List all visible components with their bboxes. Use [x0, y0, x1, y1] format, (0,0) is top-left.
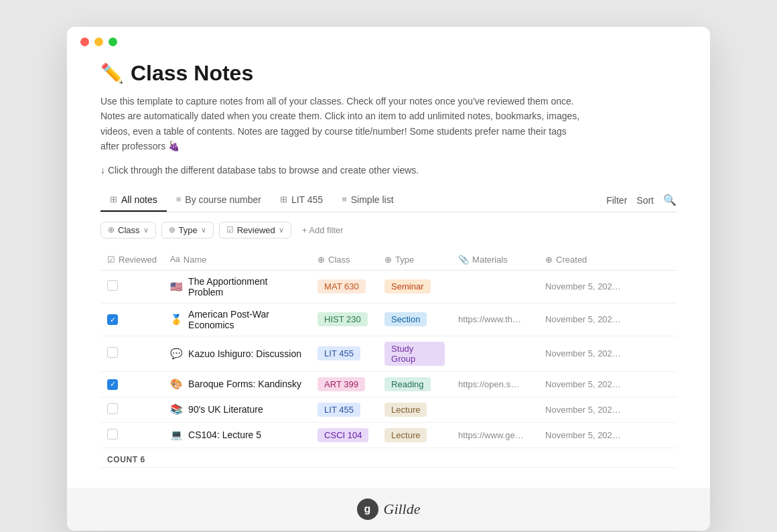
row-name-text[interactable]: The Apportionment Problem	[188, 276, 304, 297]
class-tag[interactable]: ART 399	[317, 377, 365, 391]
page-hint: ↓ Click through the different database t…	[100, 165, 677, 176]
class-tag[interactable]: CSCI 104	[317, 428, 368, 442]
maximize-button[interactable]	[109, 38, 117, 46]
close-button[interactable]	[80, 38, 89, 46]
filter-reviewed[interactable]: ☑ Reviewed ∨	[219, 222, 291, 239]
materials-link	[451, 270, 539, 303]
row-name: 🎨Baroque Forms: Kandinsky	[170, 378, 304, 390]
tabs-bar: ⊞ All notes ≡ By course number ⊞ LIT 455…	[100, 189, 677, 212]
class-tag[interactable]: HIST 230	[317, 312, 368, 326]
minimize-button[interactable]	[94, 38, 103, 46]
page-description: Use this template to capture notes from …	[100, 94, 583, 154]
filter-class-label: Class	[118, 225, 140, 235]
tab-icon-all-notes: ⊞	[110, 194, 117, 204]
type-tag[interactable]: Lecture	[384, 403, 427, 417]
table-row[interactable]: 🥇American Post-War EconomicsHIST 230Sect…	[100, 303, 677, 336]
reviewed-checkbox[interactable]	[107, 429, 118, 440]
col-created-label: Created	[556, 255, 587, 265]
filter-type-chevron: ∨	[201, 226, 206, 235]
materials-link	[451, 336, 539, 371]
tab-icon-by-course: ≡	[176, 194, 182, 204]
row-name-text[interactable]: Baroque Forms: Kandinsky	[188, 379, 301, 389]
row-name-text[interactable]: Kazuo Ishiguro: Discussion	[188, 348, 301, 359]
type-tag[interactable]: Section	[384, 312, 427, 326]
table-row[interactable]: 🇺🇸The Apportionment ProblemMAT 630Semina…	[100, 270, 677, 303]
col-name-label: Name	[184, 255, 207, 265]
row-name-text[interactable]: 90's UK Literature	[188, 404, 263, 415]
title-bar	[67, 27, 710, 54]
reviewed-checkbox[interactable]	[107, 280, 118, 291]
tab-by-course-number[interactable]: ≡ By course number	[167, 189, 271, 212]
row-name: 💻CS104: Lecture 5	[170, 429, 304, 441]
type-tag[interactable]: Lecture	[384, 428, 427, 442]
col-name: Aa Name	[163, 249, 311, 271]
tab-simple-list[interactable]: ≡ Simple list	[332, 189, 403, 212]
filter-type[interactable]: ⊕ Type ∨	[161, 222, 214, 239]
col-reviewed: ☑ Reviewed	[100, 249, 163, 271]
row-emoji: 📚	[170, 403, 183, 415]
footer-brand: Gillde	[384, 501, 421, 518]
tab-lit455[interactable]: ⊞ LIT 455	[271, 189, 332, 212]
footer: g Gillde	[67, 488, 710, 531]
col-class-label: Class	[328, 255, 350, 265]
class-tag[interactable]: LIT 455	[317, 346, 360, 360]
row-name: 🇺🇸The Apportionment Problem	[170, 276, 304, 297]
col-name-icon: Aa	[170, 255, 180, 264]
table-row[interactable]: 💬Kazuo Ishiguro: DiscussionLIT 455Study …	[100, 336, 677, 371]
filter-button[interactable]: Filter	[606, 195, 627, 206]
count-label: COUNT	[107, 455, 138, 464]
sort-button[interactable]: Sort	[636, 195, 654, 206]
add-filter-button[interactable]: + Add filter	[297, 222, 349, 238]
notes-table: ☑ Reviewed Aa Name ⊕	[100, 249, 677, 468]
search-icon[interactable]: 🔍	[663, 194, 677, 206]
type-tag[interactable]: Study Group	[384, 342, 445, 366]
col-created-icon: ⊕	[545, 255, 553, 265]
title-text: Class Notes	[131, 61, 253, 86]
materials-link	[451, 397, 539, 422]
table-row[interactable]: 🎨Baroque Forms: KandinskyART 399Readingh…	[100, 371, 677, 397]
app-window: ✏️ Class Notes Use this template to capt…	[67, 27, 710, 531]
filter-class[interactable]: ⊕ Class ∨	[100, 222, 156, 239]
materials-link[interactable]: https://open.s…	[451, 371, 539, 397]
class-tag[interactable]: LIT 455	[317, 403, 360, 417]
row-emoji: 💬	[170, 348, 183, 360]
row-name-text[interactable]: American Post-War Economics	[188, 309, 304, 330]
row-name: 🥇American Post-War Economics	[170, 309, 304, 330]
table-row[interactable]: 💻CS104: Lecture 5CSCI 104Lecturehttps://…	[100, 422, 677, 448]
tab-all-notes[interactable]: ⊞ All notes	[100, 189, 167, 212]
row-emoji: 🥇	[170, 314, 183, 326]
filters-bar: ⊕ Class ∨ ⊕ Type ∨ ☑ Reviewed ∨ + Add fi…	[100, 222, 677, 239]
row-name-text[interactable]: CS104: Lecture 5	[188, 429, 261, 440]
col-materials: 📎 Materials	[451, 249, 539, 271]
col-class: ⊕ Class	[311, 249, 378, 271]
type-tag[interactable]: Reading	[384, 377, 430, 391]
materials-link[interactable]: https://www.th…	[451, 303, 539, 336]
class-tag[interactable]: MAT 630	[317, 279, 366, 293]
reviewed-checkbox[interactable]	[107, 347, 118, 358]
tab-label-all-notes: All notes	[121, 194, 157, 205]
count-cell: COUNT 6	[100, 448, 677, 467]
reviewed-checkbox[interactable]	[107, 314, 118, 325]
tab-label-lit455: LIT 455	[291, 194, 323, 205]
add-filter-label: + Add filter	[302, 225, 344, 235]
reviewed-checkbox[interactable]	[107, 379, 118, 390]
footer-logo: g	[357, 498, 378, 520]
row-emoji: 🎨	[170, 378, 183, 390]
materials-link[interactable]: https://www.ge…	[451, 422, 539, 448]
tab-label-by-course: By course number	[185, 194, 261, 205]
created-date: November 5, 202…	[539, 336, 677, 371]
col-reviewed-icon: ☑	[107, 255, 115, 265]
created-date: November 5, 202…	[539, 397, 677, 422]
col-reviewed-label: Reviewed	[119, 255, 157, 265]
reviewed-checkbox[interactable]	[107, 403, 118, 414]
filter-reviewed-chevron: ∨	[279, 226, 284, 235]
type-tag[interactable]: Seminar	[384, 279, 430, 293]
tab-label-simple-list: Simple list	[351, 194, 394, 205]
table-row[interactable]: 📚90's UK LiteratureLIT 455LectureNovembe…	[100, 397, 677, 422]
tab-icon-lit455: ⊞	[280, 194, 287, 204]
count-value: 6	[141, 455, 145, 464]
filter-class-chevron: ∨	[143, 226, 149, 235]
filter-reviewed-label: Reviewed	[237, 225, 275, 235]
col-class-icon: ⊕	[317, 255, 325, 265]
row-name: 💬Kazuo Ishiguro: Discussion	[170, 348, 304, 360]
